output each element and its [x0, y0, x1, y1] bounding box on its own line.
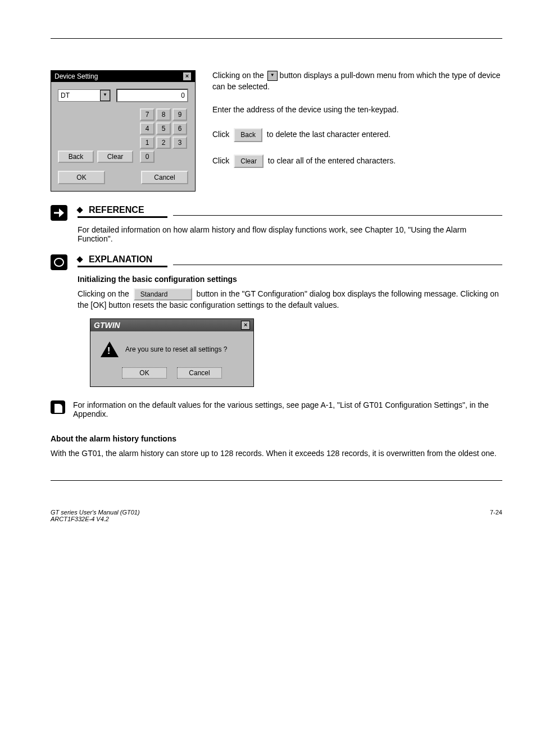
- key-6[interactable]: 6: [172, 122, 187, 135]
- reference-icon: [51, 205, 67, 221]
- standard-button-inline: Standard: [134, 288, 192, 300]
- dialog-title: Device Setting: [54, 72, 98, 80]
- gtwin-cancel-button[interactable]: Cancel: [177, 367, 222, 379]
- gtwin-message: Are you sure to reset all settings ?: [125, 345, 227, 353]
- back-button[interactable]: Back: [58, 151, 94, 163]
- keypad: 7 8 9 4 5 6 1 2 3 0: [140, 108, 187, 163]
- chevron-down-icon[interactable]: ▼: [100, 90, 110, 101]
- gtwin-dialog: GTWIN × Are you sure to reset all settin…: [90, 318, 254, 387]
- device-setting-dialog: Device Setting × DT ▼ 0 Back C: [51, 70, 196, 192]
- document-icon: [51, 400, 65, 414]
- gtwin-titlebar: GTWIN ×: [90, 319, 253, 331]
- key-8[interactable]: 8: [156, 108, 171, 121]
- footer-left: GT series User's Manual (GT01) ARCT1F332…: [51, 509, 140, 522]
- footer-page-number: 7-24: [490, 509, 502, 522]
- clear-button[interactable]: Clear: [97, 151, 133, 163]
- gtwin-title: GTWIN: [94, 321, 120, 330]
- device-type-select[interactable]: DT ▼: [58, 89, 111, 102]
- bullet-icon: [76, 256, 83, 262]
- gtwin-ok-button[interactable]: OK: [122, 367, 167, 379]
- key-2[interactable]: 2: [156, 136, 171, 149]
- page-footer: GT series User's Manual (GT01) ARCT1F332…: [0, 503, 536, 534]
- bottom-reference: For information on the default values fo…: [73, 400, 502, 418]
- alarm-history-heading: About the alarm history functions: [51, 434, 502, 443]
- close-icon[interactable]: ×: [183, 72, 192, 81]
- dialog-titlebar: Device Setting ×: [51, 71, 195, 82]
- key-5[interactable]: 5: [156, 122, 171, 135]
- reference-body: For detailed information on how alarm hi…: [78, 225, 502, 243]
- key-7[interactable]: 7: [140, 108, 155, 121]
- back-button-inline: Back: [234, 128, 262, 142]
- cancel-button[interactable]: Cancel: [141, 171, 188, 184]
- explanation-heading: EXPLANATION: [89, 254, 152, 264]
- key-1[interactable]: 1: [140, 136, 155, 149]
- explanation-subhead: Initializing the basic configuration set…: [78, 275, 502, 284]
- device-type-value: DT: [58, 92, 100, 99]
- key-0[interactable]: 0: [140, 151, 155, 163]
- close-icon[interactable]: ×: [241, 321, 250, 330]
- description-text: Clicking on the ▼ button displays a pull…: [212, 70, 502, 192]
- explanation-icon: [51, 254, 67, 270]
- chevron-down-icon: ▼: [267, 71, 278, 81]
- warning-icon: [101, 341, 119, 357]
- bullet-icon: [76, 207, 83, 213]
- ok-button[interactable]: OK: [58, 171, 105, 184]
- clear-button-inline: Clear: [234, 154, 264, 168]
- key-9[interactable]: 9: [172, 108, 187, 121]
- key-3[interactable]: 3: [172, 136, 187, 149]
- reference-heading: REFERENCE: [89, 205, 144, 215]
- key-4[interactable]: 4: [140, 122, 155, 135]
- device-address-input[interactable]: 0: [116, 89, 188, 102]
- alarm-history-body: With the GT01, the alarm history can sto…: [51, 449, 502, 458]
- explanation-body: Clicking on the Standard button in the "…: [78, 288, 502, 309]
